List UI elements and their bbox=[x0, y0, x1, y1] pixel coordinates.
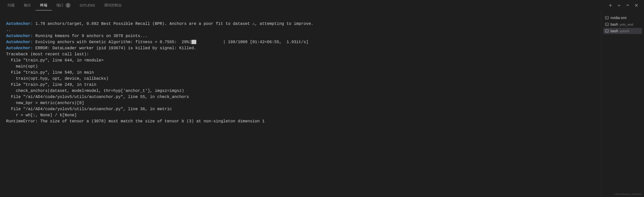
svg-rect-2 bbox=[605, 30, 609, 32]
terminal-item-sublabel: yolov5 bbox=[620, 29, 629, 33]
terminal-line: Running kmeans for 9 anchors on 3078 poi… bbox=[35, 34, 148, 38]
tab-debug-console[interactable]: 调试控制台 bbox=[100, 1, 126, 10]
terminal-item-sublabel: yolo_end bbox=[620, 23, 633, 26]
maximize-panel-button[interactable] bbox=[625, 3, 630, 8]
tab-label: 端口 bbox=[56, 3, 63, 8]
terminal-output[interactable]: AutoAnchor: 1.78 anchors/target, 0.892 B… bbox=[0, 11, 601, 197]
tab-label: 问题 bbox=[8, 3, 15, 8]
plus-icon bbox=[608, 3, 613, 7]
tab-ports[interactable]: 端口 2 bbox=[52, 0, 75, 10]
tab-label: 输出 bbox=[24, 3, 31, 8]
terminal-item-bash-yolo-end[interactable]: bash yolo_end bbox=[603, 21, 642, 27]
autoanchor-prefix: AutoAnchor: bbox=[6, 34, 35, 38]
terminal-line: .. bbox=[6, 28, 11, 32]
main-area: AutoAnchor: 1.78 anchors/target, 0.892 B… bbox=[0, 11, 644, 197]
chevron-down-icon bbox=[617, 3, 621, 7]
tab-label: 调试控制台 bbox=[104, 3, 122, 8]
header-actions bbox=[608, 3, 641, 8]
panel-header: 问题 输出 终端 端口 2 GITLENS 调试控制台 bbox=[0, 0, 644, 11]
close-icon bbox=[634, 3, 638, 7]
tab-label: 终端 bbox=[40, 3, 47, 8]
terminal-sidebar: nvidia-smi bash yolo_end bash yolov5 bbox=[601, 11, 644, 197]
watermark: CSDN @weixin_48936263 bbox=[614, 193, 641, 195]
chevron-up-icon bbox=[626, 3, 630, 7]
terminal-dropdown-button[interactable] bbox=[617, 3, 622, 8]
svg-rect-0 bbox=[605, 17, 609, 19]
panel-tabs: 问题 输出 终端 端口 2 GITLENS 调试控制台 bbox=[3, 0, 126, 10]
terminal-line: ERROR: DataLoader worker (pid 193674) is… bbox=[35, 46, 196, 51]
terminal-icon bbox=[605, 29, 609, 33]
terminal-item-bash-yolov5[interactable]: bash yolov5 bbox=[603, 28, 642, 34]
terminal-line: Evolving anchors with Genetic Algorithm:… bbox=[35, 40, 308, 44]
ports-badge: 2 bbox=[66, 3, 71, 8]
terminal-item-label: bash bbox=[610, 29, 618, 33]
close-panel-button[interactable] bbox=[634, 3, 639, 8]
terminal-icon bbox=[605, 16, 609, 20]
tab-label: GITLENS bbox=[80, 3, 95, 7]
terminal-item-label: bash bbox=[610, 22, 618, 26]
terminal-item-label: nvidia-smi bbox=[610, 16, 626, 20]
terminal-traceback: Traceback (most recent call last): File … bbox=[6, 52, 265, 124]
autoanchor-prefix: AutoAnchor: bbox=[6, 22, 35, 26]
autoanchor-prefix: AutoAnchor: bbox=[6, 46, 35, 51]
svg-rect-1 bbox=[605, 23, 609, 26]
new-terminal-button[interactable] bbox=[608, 3, 613, 8]
autoanchor-prefix: AutoAnchor: bbox=[6, 40, 35, 44]
terminal-line: 1.78 anchors/target, 0.892 Best Possible… bbox=[35, 22, 313, 26]
tab-output[interactable]: 输出 bbox=[19, 1, 36, 10]
terminal-item-nvidia-smi[interactable]: nvidia-smi bbox=[603, 15, 642, 21]
terminal-icon bbox=[605, 22, 609, 26]
tab-gitlens[interactable]: GITLENS bbox=[75, 1, 100, 10]
tab-terminal[interactable]: 终端 bbox=[36, 1, 52, 10]
tab-problems[interactable]: 问题 bbox=[3, 1, 19, 10]
